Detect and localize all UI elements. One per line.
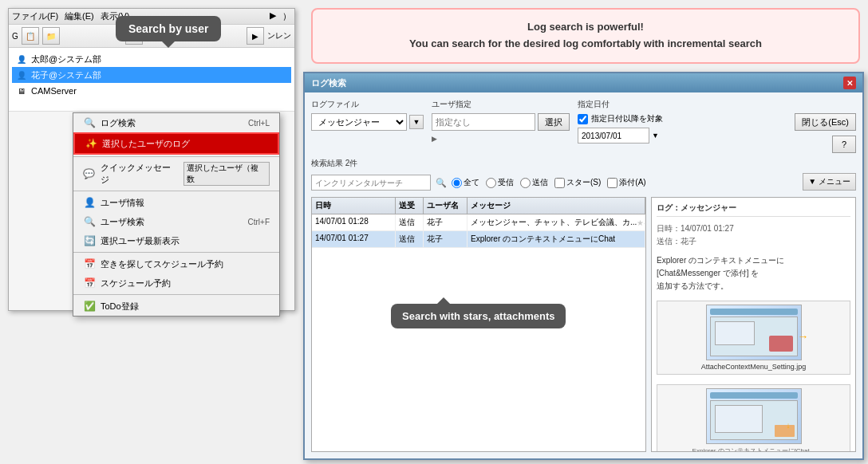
menu-edit[interactable]: 編集(E) [65,10,94,22]
thumb-img-2: ↓ [706,388,802,444]
callout-search-user: Search by user [116,16,221,41]
menu-item-selected-log[interactable]: ✨ 選択したユーザのログ [73,132,279,155]
radio-receive[interactable]: 受信 [486,177,514,188]
radio-attach[interactable]: 添付(A) [607,177,645,188]
menu-right2[interactable]: ） [282,10,291,22]
table-row[interactable]: 14/07/01 01:28 送信 花子 メッセンジャー、チャット、テレビ会議、… [312,214,645,231]
log-content: ログファイル メッセンジャー ▼ ユーザ指定 選択 ▶ [305,92,862,458]
annotation-text: Log search is powerful! You can search f… [409,19,762,53]
menu-item-schedule-label: スケジュール予約 [101,277,171,289]
cell-type-1: 送信 [396,214,424,230]
incremental-search-input[interactable] [311,175,431,191]
user-input[interactable] [432,113,535,131]
radio-all[interactable]: 全て [452,177,479,188]
menu-item-user-search[interactable]: 🔍 ユーザ検索 Ctrl+F [73,212,279,231]
tree-item-taro[interactable]: 👤 太郎@システム部 [12,51,291,67]
menu-item-log-search-label: ログ検索 [101,117,136,129]
date-checkbox[interactable] [578,114,588,124]
table-row-selected[interactable]: 14/07/01 01:27 送信 花子 Explorer のコンテキストメニュ… [312,231,645,248]
menu-file[interactable]: ファイル(F) [12,10,58,22]
recent-icon: 🔄 [83,234,96,247]
menu-item-quick-msg-label: クイックメッセージ [101,162,180,186]
attachment-1-label: AttacheContextMenu_Setting.jpg [661,363,846,371]
help-btn[interactable]: ? [832,136,856,153]
star-icon-1[interactable]: ★ [637,218,644,227]
tree-item-taro-label: 太郎@システム部 [31,53,101,65]
thumb-img-1: → [706,305,802,360]
menu-item-user-info-label: ユーザ情報 [101,197,144,209]
log-titlebar: ログ検索 ✕ [305,73,862,92]
radio-star[interactable]: スター(S) [554,177,601,188]
date-dropdown-icon[interactable]: ▼ [652,132,659,140]
separator-4 [73,294,279,295]
log-search-icon: 🔍 [83,116,96,129]
log-detail-panel: ログ：メッセンジャー 日時：14/07/01 01:27 送信：花子 Explo… [651,197,856,452]
attach-icon-1: - [644,218,645,227]
radio-send[interactable]: 送信 [520,177,548,188]
table-body: 14/07/01 01:28 送信 花子 メッセンジャー、チャット、テレビ会議、… [312,214,645,451]
close-btn[interactable]: 閉じる(Esc) [795,113,856,131]
menu-item-schedule-search[interactable]: 📅 空きを探してスケジュール予約 [73,254,279,273]
date-checkbox-row: 指定日付以降を対象 [578,113,663,124]
toolbar-btn-1[interactable]: 📋 [22,27,39,45]
attachment-1[interactable]: → AttacheContextMenu_Setting.jpg [657,301,850,375]
menu-item-todo-label: ToDo登録 [101,301,139,313]
tree-item-hanako-label: 花子@システム部 [31,69,101,81]
detail-meta: 日時：14/07/01 01:27 送信：花子 [657,222,850,248]
col-user: ユーザ名 [424,198,468,214]
log-file-select[interactable]: メッセンジャー [311,113,407,131]
callout-stars-text: Search with stars, attachments [402,310,554,322]
log-window: ログ検索 ✕ ログファイル メッセンジャー ▼ ユーザ指定 選択 [303,72,864,460]
thumb-arrow-1: → [798,330,809,343]
menu-item-log-search[interactable]: 🔍 ログ検索 Ctrl+L [73,113,279,132]
attachment-2-label: Explorer のコンテキストメニューに[Chat... [661,446,846,452]
user-label: ユーザ指定 [432,99,570,110]
search-icon: 🔍 [436,178,447,188]
tree-item-hanako[interactable]: 👤 花子@システム部 [12,67,291,83]
menu-item-schedule[interactable]: 📅 スケジュール予約 [73,273,279,293]
left-panel: ファイル(F) 編集(E) 表示(V) ▶ ） G 📋 📁 🔍 メッセン ▶ ン… [8,8,295,311]
toolbar-label2: ンレン [267,30,291,41]
user-section: ユーザ指定 選択 ▶ [432,99,570,145]
log-file-label: ログファイル [311,99,424,110]
search-area: 検索結果 2件 🔍 全て 受信 送信 スター(S) [311,158,856,192]
schedule-icon: 📅 [83,277,96,289]
detail-body: Explorer のコンテキストメニューに [Chat&Messenger で添… [657,254,850,293]
separator-3 [73,252,279,253]
tree-item-cam-label: CAMServer [31,86,77,96]
context-menu: 🔍 ログ検索 Ctrl+L ✨ 選択したユーザのログ 💬 クイックメッセージ 選… [73,112,280,317]
cell-datetime-1: 14/07/01 01:28 [312,214,396,230]
menu-item-user-info[interactable]: 👤 ユーザ情報 [73,193,279,212]
user-info-icon: 👤 [83,196,96,209]
menu-right[interactable]: ▶ [270,10,276,22]
detail-datetime: 日時：14/07/01 01:27 [657,222,850,235]
user-select-btn[interactable]: 選択 [538,113,570,131]
date-input[interactable] [578,128,649,144]
right-annotation: Log search is powerful! You can search f… [311,8,860,64]
log-file-btn[interactable]: ▼ [409,115,424,129]
menu-item-todo[interactable]: ✅ ToDo登録 [73,297,279,316]
toolbar-btn-2[interactable]: 📁 [42,27,60,45]
menu-item-schedule-search-label: 空きを探してスケジュール予約 [101,258,223,270]
menu-btn[interactable]: ▼ メニュー [803,173,856,191]
attachment-2[interactable]: ↓ Explorer のコンテキストメニューに[Chat... [657,384,850,452]
toolbar-btn-4[interactable]: ▶ [247,27,264,45]
menu-item-user-search-label: ユーザ検索 [101,216,144,228]
date-section: 指定日付 指定日付以降を対象 ▼ [578,99,663,144]
menu-item-selected-log-label: 選択したユーザのログ [102,138,190,150]
tree-item-cam[interactable]: 🖥 CAMServer [12,83,291,99]
menu-item-recent[interactable]: 🔄 選択ユーザ最新表示 [73,231,279,250]
toolbar-g: G [12,32,18,41]
col-datetime: 日時 [312,198,396,214]
schedule-search-icon: 📅 [83,258,96,270]
table-header: 日時 送受 ユーザ名 メッセージ [312,198,645,214]
server-icon: 🖥 [15,85,28,97]
log-window-title: ログ検索 [311,77,346,89]
user-icon-hanako: 👤 [15,69,28,81]
log-file-section: ログファイル メッセンジャー ▼ [311,99,424,131]
menu-item-quick-msg[interactable]: 💬 クイックメッセージ 選択したユーザ（複数 [73,159,279,189]
todo-icon: ✅ [83,300,96,313]
log-close-button[interactable]: ✕ [843,77,856,89]
separator-2 [73,191,279,191]
log-search-shortcut: Ctrl+L [248,119,270,128]
